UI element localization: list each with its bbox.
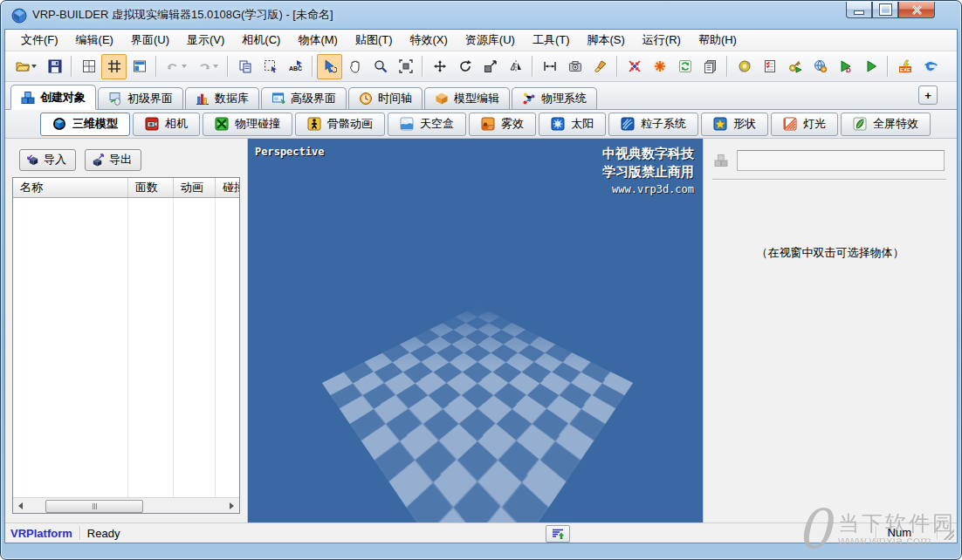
frame-object-button[interactable] (393, 54, 418, 79)
move-tool-button[interactable] (427, 54, 452, 79)
add-tab-button[interactable]: + (918, 85, 938, 105)
export-exe-button[interactable]: EXE (892, 54, 917, 79)
tab-sun[interactable]: 太阳 (539, 113, 606, 136)
import-button[interactable]: 导入 (19, 149, 76, 171)
column-header-animation[interactable]: 动画 (174, 178, 216, 197)
tab-model-edit[interactable]: 模型编辑 (424, 87, 510, 109)
menu-edit[interactable]: 编辑(E) (67, 30, 122, 51)
zoom-magnifier-icon (374, 59, 388, 73)
save-icon (48, 59, 62, 73)
mirror-tool-button[interactable] (503, 54, 528, 79)
zoom-tool-button[interactable] (368, 54, 393, 79)
object-table-body[interactable] (13, 198, 239, 497)
layout-button[interactable] (127, 54, 152, 79)
object-name-input[interactable] (737, 150, 945, 171)
viewport-3d[interactable]: Perspective 中视典数字科技 学习版禁止商用 www.vrp3d.co… (248, 139, 703, 522)
refresh-button[interactable] (672, 54, 697, 79)
menu-object[interactable]: 物体(M) (289, 30, 347, 51)
menu-texture[interactable]: 贴图(T) (347, 30, 402, 51)
pan-tool-button[interactable] (342, 54, 368, 79)
scrollbar-track[interactable] (28, 499, 224, 513)
tab-lights[interactable]: 灯光 (771, 113, 838, 136)
grid-toggle-button[interactable] (101, 54, 127, 79)
menu-script[interactable]: 脚本(S) (579, 30, 634, 51)
brand-label: VRPlatform (5, 527, 79, 540)
menu-library[interactable]: 资源库(U) (457, 30, 524, 51)
column-gridline (215, 198, 216, 497)
menu-view[interactable]: 显示(V) (178, 30, 233, 51)
tab-label: 数据库 (215, 91, 249, 106)
tab-create-object[interactable]: 创建对象 (10, 85, 96, 110)
open-button[interactable] (10, 54, 42, 79)
scroll-right-icon (230, 502, 234, 509)
scroll-left-button[interactable] (13, 499, 28, 513)
paint-button[interactable] (588, 54, 613, 79)
tab-shapes[interactable]: 形状 (701, 113, 768, 136)
run-debug-button[interactable]: D (833, 54, 858, 79)
menu-camera[interactable]: 相机(C) (233, 30, 289, 51)
open-dropdown-icon (31, 65, 37, 68)
undo-dropdown-icon (182, 65, 187, 68)
resize-grip-icon[interactable] (944, 529, 954, 540)
marquee-select-icon (264, 59, 278, 73)
tab-database[interactable]: 数据库 (185, 87, 259, 109)
pages-button[interactable] (697, 54, 723, 79)
marquee-select-button[interactable] (258, 54, 283, 79)
copy-button[interactable] (232, 54, 258, 79)
tab-physics-collision[interactable]: 物理碰撞 (203, 113, 292, 136)
object-table: 名称 面数 动画 碰撞 (12, 177, 240, 514)
menu-effects[interactable]: 特效(X) (402, 30, 457, 51)
menu-interface[interactable]: 界面(U) (122, 30, 178, 51)
tab-particle-system[interactable]: 粒子系统 (608, 113, 698, 136)
menu-file[interactable]: 文件(F) (12, 30, 67, 51)
tab-timeline[interactable]: 时间轴 (348, 87, 423, 109)
status-divider (876, 526, 876, 539)
column-header-name[interactable]: 名称 (13, 178, 128, 197)
ui-mouse-icon (108, 92, 122, 106)
walking-figure-icon (307, 117, 321, 131)
menu-tools[interactable]: 工具(T) (524, 30, 579, 51)
tab-basic-ui[interactable]: 初级界面 (98, 87, 183, 109)
checklist-button[interactable] (757, 54, 782, 79)
menu-help[interactable]: 帮助(H) (690, 30, 746, 51)
rotate-tool-button[interactable] (452, 54, 478, 79)
tab-physics-system[interactable]: 物理系统 (512, 87, 597, 109)
snap-center-button[interactable] (622, 54, 647, 79)
tab-skeletal-animation[interactable]: 骨骼动画 (295, 113, 385, 136)
exe-icon: EXE (898, 59, 912, 73)
minimize-button[interactable] (846, 2, 872, 18)
scrollbar-thumb[interactable] (45, 500, 143, 513)
export-button[interactable]: 导出 (85, 149, 141, 171)
tab-camera[interactable]: 相机 (133, 113, 200, 136)
undo-button[interactable] (161, 54, 192, 79)
tab-label: 三维模型 (72, 116, 118, 132)
tab-skybox[interactable]: 天空盒 (388, 113, 466, 136)
run-key-button[interactable] (782, 54, 807, 79)
measure-distance-icon (543, 59, 557, 73)
status-upload-button[interactable] (546, 525, 570, 543)
tab-3d-model[interactable]: 三维模型 (40, 113, 130, 136)
column-header-collision[interactable]: 碰撞 (216, 178, 239, 197)
restore-button[interactable] (872, 2, 898, 18)
web-publish-button[interactable] (807, 54, 833, 79)
column-header-faces[interactable]: 面数 (128, 178, 174, 197)
tab-fullscreen-fx[interactable]: 全屏特效 (841, 113, 931, 136)
open-browser-button[interactable] (917, 54, 943, 79)
text-label-button[interactable]: ABC (283, 54, 308, 79)
select-tool-button[interactable] (317, 54, 342, 79)
run-button[interactable] (858, 54, 883, 79)
tab-fog[interactable]: 雾效 (469, 113, 536, 136)
scale-tool-button[interactable] (478, 54, 503, 79)
snapshot-button[interactable] (562, 54, 588, 79)
scroll-right-button[interactable] (224, 499, 239, 513)
effect-star-icon (653, 59, 667, 73)
effect-star-button[interactable] (647, 54, 672, 79)
close-button[interactable] (898, 2, 935, 18)
settings-button[interactable] (732, 54, 757, 79)
menu-run[interactable]: 运行(R) (634, 30, 690, 51)
redo-button[interactable] (192, 54, 223, 79)
save-button[interactable] (42, 54, 67, 79)
measure-button[interactable] (537, 54, 562, 79)
window-split-button[interactable] (76, 54, 101, 79)
tab-advanced-ui[interactable]: 高级界面 (261, 87, 347, 109)
